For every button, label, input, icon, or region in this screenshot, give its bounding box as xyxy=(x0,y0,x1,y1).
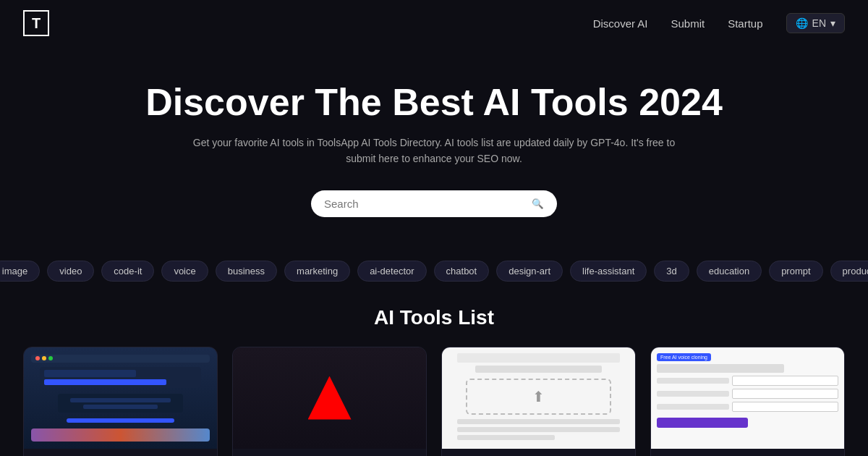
nav-startup[interactable]: Startup xyxy=(728,17,762,30)
mock-content-box xyxy=(58,394,183,413)
tag-productivity[interactable]: productivity xyxy=(830,261,868,282)
lang-label: EN xyxy=(812,17,826,29)
card-3[interactable]: ⬆ Image Describer - AI Describe... ↗ AI … xyxy=(441,347,636,456)
navbar: T Discover AI Submit Startup 🌐 EN ▾ xyxy=(0,0,868,46)
tag-code-it[interactable]: code-it xyxy=(101,261,154,282)
card-3-body: Image Describer - AI Describe... ↗ AI Im… xyxy=(442,449,635,456)
logo[interactable]: T xyxy=(23,10,49,36)
tag-3d[interactable]: 3d xyxy=(654,261,689,282)
hero-title: Discover The Best AI Tools 2024 xyxy=(14,81,854,124)
card-4-image: Free AI voice cloning xyxy=(651,347,844,449)
tags-row: text-writing image video code-it voice b… xyxy=(0,261,868,299)
mock-browser-bar xyxy=(31,355,210,363)
card-3-image: ⬆ xyxy=(442,347,635,449)
tag-marketing[interactable]: marketing xyxy=(284,261,350,282)
language-button[interactable]: 🌐 EN ▾ xyxy=(786,13,845,33)
search-icon: 🔍 xyxy=(532,198,544,209)
tag-voice[interactable]: voice xyxy=(161,261,208,282)
nav-links: Discover AI Submit Startup 🌐 EN ▾ xyxy=(593,13,845,33)
tag-business[interactable]: business xyxy=(216,261,277,282)
mock-clone-btn xyxy=(657,418,748,428)
mock-voice-title xyxy=(657,364,784,373)
adobe-logo-shape xyxy=(308,376,352,420)
upload-icon: ⬆ xyxy=(532,388,545,405)
hero-section: Discover The Best AI Tools 2024 Get your… xyxy=(0,46,868,261)
mock-voice-row-2 xyxy=(657,389,838,399)
mock-upload-area: ⬆ xyxy=(466,379,611,414)
mock-image-strip xyxy=(31,428,210,442)
section-title: AI Tools List xyxy=(0,306,868,329)
tag-design-art[interactable]: design-art xyxy=(496,261,563,282)
search-input[interactable] xyxy=(324,198,526,210)
mock-sub-bar xyxy=(475,366,603,373)
card-1-image xyxy=(24,347,217,449)
tag-prompt[interactable]: prompt xyxy=(769,261,822,282)
globe-icon: 🌐 xyxy=(796,17,808,29)
card-1-body: AI Cartoon Generator | Image to... ↗ Tra… xyxy=(24,449,217,456)
mock-title-bar xyxy=(457,353,621,363)
mock-voice-row-1 xyxy=(657,376,838,386)
tag-image[interactable]: image xyxy=(0,261,40,282)
tag-education[interactable]: education xyxy=(697,261,762,282)
tag-ai-detector[interactable]: ai-detector xyxy=(357,261,426,282)
card-1[interactable]: AI Cartoon Generator | Image to... ↗ Tra… xyxy=(23,347,218,456)
tag-video[interactable]: video xyxy=(47,261,94,282)
tag-chatbot[interactable]: chatbot xyxy=(434,261,490,282)
card-4-body: AI clone voice free | free AI voic... ↗ … xyxy=(651,449,844,456)
tag-life-assistant[interactable]: life-assistant xyxy=(570,261,647,282)
nav-submit[interactable]: Submit xyxy=(671,17,705,30)
cards-grid: AI Cartoon Generator | Image to... ↗ Tra… xyxy=(0,347,868,456)
search-button[interactable]: 🔍 xyxy=(532,198,544,209)
card-2[interactable]: Adobe: Creative, marketing and... ↗ Adob… xyxy=(232,347,427,456)
mock-btn xyxy=(67,418,174,423)
hero-subtitle: Get your favorite AI tools in ToolsApp A… xyxy=(181,135,687,167)
mock-text-lines xyxy=(457,419,621,443)
mock-badge: Free AI voice cloning xyxy=(657,353,711,361)
card-4[interactable]: Free AI voice cloning AI clone voice fre… xyxy=(650,347,845,456)
nav-discover-ai[interactable]: Discover AI xyxy=(593,17,648,30)
mock-voice-row-3 xyxy=(657,402,838,412)
card-2-body: Adobe: Creative, marketing and... ↗ Adob… xyxy=(233,449,426,456)
chevron-down-icon: ▾ xyxy=(830,17,835,29)
search-bar: 🔍 xyxy=(311,190,557,217)
card-2-image xyxy=(233,347,426,449)
